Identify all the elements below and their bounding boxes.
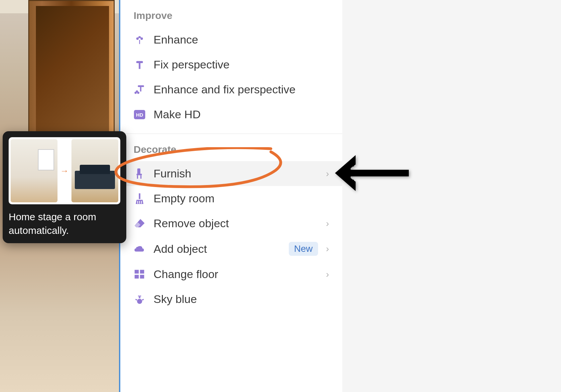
svg-point-10 xyxy=(135,92,137,94)
enhance-perspective-icon xyxy=(134,84,146,96)
svg-line-30 xyxy=(136,299,137,300)
chevron-right-icon: › xyxy=(326,244,329,254)
menu-label: Sky blue xyxy=(154,293,329,306)
menu-empty-room[interactable]: Empty room xyxy=(120,186,342,211)
menu-furnish[interactable]: Furnish › xyxy=(120,161,342,186)
floor-icon xyxy=(134,268,146,280)
svg-rect-5 xyxy=(136,61,143,63)
svg-point-1 xyxy=(136,37,139,40)
svg-rect-24 xyxy=(140,275,144,278)
svg-rect-32 xyxy=(349,170,409,176)
menu-enhance-fix-perspective[interactable]: Enhance and fix perspective xyxy=(120,77,342,102)
svg-line-28 xyxy=(138,295,139,296)
menu-label: Change floor xyxy=(154,268,318,281)
svg-rect-15 xyxy=(137,175,138,178)
tools-panel: Improve Enhance Fix perspective Enhance … xyxy=(120,0,342,392)
svg-point-11 xyxy=(137,92,140,94)
chair-icon xyxy=(134,168,146,180)
menu-make-hd[interactable]: HD Make HD xyxy=(120,102,342,127)
svg-rect-18 xyxy=(137,201,138,203)
svg-point-2 xyxy=(141,37,143,40)
menu-label: Empty room xyxy=(154,192,329,205)
sun-icon xyxy=(134,293,146,305)
svg-rect-19 xyxy=(139,201,140,203)
hd-icon: HD xyxy=(134,109,146,121)
svg-point-25 xyxy=(138,299,142,303)
menu-label: Fix perspective xyxy=(154,58,329,71)
annotation-arrow xyxy=(332,151,412,194)
menu-label: Enhance xyxy=(154,33,329,46)
before-image xyxy=(11,139,57,202)
svg-rect-23 xyxy=(135,275,139,278)
menu-remove-object[interactable]: Remove object › xyxy=(120,211,342,236)
new-badge: New xyxy=(289,242,318,256)
svg-line-31 xyxy=(142,299,144,300)
menu-fix-perspective[interactable]: Fix perspective xyxy=(120,52,342,77)
menu-sky-blue[interactable]: Sky blue xyxy=(120,287,342,312)
menu-add-object[interactable]: Add object New › xyxy=(120,236,342,262)
menu-label: Enhance and fix perspective xyxy=(154,83,329,96)
menu-label: Make HD xyxy=(154,108,329,121)
perspective-icon xyxy=(134,59,146,71)
svg-text:HD: HD xyxy=(136,112,143,118)
svg-rect-22 xyxy=(140,270,144,273)
chevron-right-icon: › xyxy=(326,218,329,229)
svg-point-3 xyxy=(139,38,141,40)
chevron-right-icon: › xyxy=(326,269,329,280)
broom-icon xyxy=(134,193,146,205)
eraser-icon xyxy=(134,218,146,230)
svg-rect-6 xyxy=(139,63,141,69)
after-image xyxy=(71,139,118,202)
menu-label: Remove object xyxy=(154,217,318,230)
section-header-improve: Improve xyxy=(120,0,342,27)
svg-rect-4 xyxy=(139,40,140,44)
section-header-decorate: Decorate xyxy=(120,134,342,161)
menu-label: Add object xyxy=(154,243,281,255)
menu-change-floor[interactable]: Change floor › xyxy=(120,262,342,287)
svg-rect-20 xyxy=(141,201,142,203)
cloud-icon xyxy=(134,243,146,255)
before-after-preview: → xyxy=(9,137,120,204)
svg-rect-17 xyxy=(139,193,141,199)
menu-enhance[interactable]: Enhance xyxy=(120,27,342,52)
menu-label: Furnish xyxy=(154,167,318,180)
svg-line-29 xyxy=(140,295,141,296)
svg-rect-21 xyxy=(135,270,139,273)
chevron-right-icon: › xyxy=(326,168,329,179)
svg-rect-7 xyxy=(138,85,144,87)
tooltip-card: → Home stage a room automatically. xyxy=(3,131,126,243)
svg-rect-16 xyxy=(140,175,141,178)
svg-rect-8 xyxy=(140,87,141,91)
arrow-right-icon: → xyxy=(60,166,69,176)
flower-icon xyxy=(134,34,146,46)
svg-rect-14 xyxy=(137,174,142,175)
tooltip-text: Home stage a room automatically. xyxy=(9,210,120,237)
